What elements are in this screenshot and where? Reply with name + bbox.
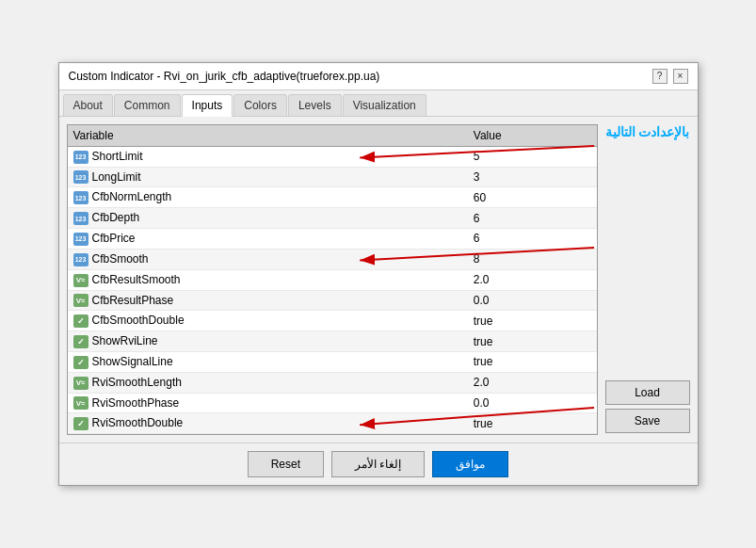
value-cell: true — [468, 311, 597, 331]
value-cell: true — [468, 413, 597, 434]
table-row[interactable]: 123CfbSmooth8 — [68, 249, 597, 269]
variable-cell: V≈CfbResultSmooth — [68, 269, 468, 290]
variable-cell: V≈CfbResultPhase — [68, 290, 468, 311]
tab-colors[interactable]: Colors — [233, 94, 287, 116]
value-cell: 6 — [468, 208, 597, 229]
load-button[interactable]: Load — [605, 380, 690, 405]
value-cell: 6 — [468, 229, 597, 250]
int-icon: 123 — [73, 233, 88, 246]
value-cell: 2.0 — [468, 372, 597, 393]
table-row[interactable]: 123LongLimit3 — [68, 167, 597, 187]
variable-name: CfbNormLength — [92, 190, 172, 203]
value-cell: true — [468, 331, 597, 352]
bool-icon: ✓ — [73, 356, 88, 369]
table-row[interactable]: 123ShortLimit5 — [68, 146, 597, 167]
variable-name: RviSmoothPhase — [92, 396, 180, 410]
tab-common[interactable]: Common — [114, 94, 181, 116]
variable-cell: 123CfbSmooth — [68, 249, 468, 269]
int-icon: 123 — [73, 170, 88, 184]
value-cell: 5 — [468, 146, 597, 167]
annotation-text: بالإعدادت التالية — [605, 124, 690, 139]
variable-cell: ✓RviSmoothDouble — [68, 413, 468, 434]
help-button[interactable]: ? — [652, 69, 668, 84]
int-icon: 123 — [73, 253, 88, 266]
variable-name: RviSmoothDouble — [92, 416, 184, 429]
table-row[interactable]: 123CfbNormLength60 — [68, 187, 597, 208]
right-panel: بالإعدادت التالية Load Save — [605, 124, 690, 436]
variable-name: CfbSmooth — [92, 252, 149, 266]
value-cell: 2.0 — [468, 269, 597, 290]
variable-cell: 123CfbPrice — [68, 229, 468, 250]
tab-inputs[interactable]: Inputs — [182, 94, 233, 117]
close-button[interactable]: × — [673, 69, 688, 84]
cancel-button[interactable]: إلغاء الأمر — [331, 451, 425, 477]
table-row[interactable]: 123CfbDepth6 — [68, 208, 597, 229]
variable-name: CfbResultSmooth — [92, 273, 181, 286]
table-wrapper: Variable Value 123ShortLimit5123LongLimi… — [68, 125, 597, 435]
table-header-row: Variable Value — [68, 125, 597, 147]
col-variable: Variable — [68, 125, 468, 147]
table-row[interactable]: V≈CfbResultPhase0.0 — [68, 290, 597, 311]
variable-name: CfbResultPhase — [92, 294, 174, 307]
table-row[interactable]: 123CfbPrice6 — [68, 229, 597, 250]
value-cell: 3 — [468, 167, 597, 187]
bool-icon: ✓ — [73, 335, 88, 348]
float-icon: V≈ — [73, 294, 88, 307]
ok-button[interactable]: موافق — [432, 451, 508, 477]
title-bar: Custom Indicator - Rvi_on_jurik_cfb_adap… — [59, 63, 698, 90]
variables-table: Variable Value 123ShortLimit5123LongLimi… — [68, 125, 597, 435]
variable-cell: 123LongLimit — [68, 167, 468, 187]
tab-visualization[interactable]: Visualization — [343, 94, 426, 116]
variable-name: CfbPrice — [92, 232, 136, 245]
variable-cell: ✓ShowRviLine — [68, 331, 468, 352]
value-cell: 60 — [468, 187, 597, 208]
float-icon: V≈ — [73, 377, 88, 390]
variable-name: ShowSignalLine — [92, 355, 173, 368]
table-row[interactable]: V≈RviSmoothPhase0.0 — [68, 393, 597, 413]
variable-cell: ✓CfbSmoothDouble — [68, 311, 468, 331]
table-row[interactable]: V≈RviSmoothLength2.0 — [68, 372, 597, 393]
bool-icon: ✓ — [73, 314, 88, 328]
variable-name: CfbDepth — [92, 211, 140, 224]
variable-cell: V≈RviSmoothLength — [68, 372, 468, 393]
footer: Reset إلغاء الأمر موافق — [59, 443, 698, 485]
variable-name: RviSmoothLength — [92, 376, 182, 389]
variable-cell: 123CfbDepth — [68, 208, 468, 229]
variable-name: ShowRviLine — [92, 334, 158, 347]
float-icon: V≈ — [73, 396, 88, 410]
content-area: Variable Value 123ShortLimit5123LongLimi… — [59, 117, 698, 443]
variable-cell: V≈RviSmoothPhase — [68, 393, 468, 413]
value-cell: 8 — [468, 249, 597, 269]
int-icon: 123 — [73, 151, 88, 164]
variable-name: ShortLimit — [92, 150, 143, 163]
main-window: Custom Indicator - Rvi_on_jurik_cfb_adap… — [58, 62, 699, 487]
variable-name: LongLimit — [92, 170, 141, 184]
variable-name: CfbSmoothDouble — [92, 314, 185, 327]
reset-button[interactable]: Reset — [248, 451, 324, 477]
value-cell: true — [468, 351, 597, 372]
variables-table-container: Variable Value 123ShortLimit5123LongLimi… — [67, 124, 598, 436]
table-row[interactable]: ✓CfbSmoothDoubletrue — [68, 311, 597, 331]
int-icon: 123 — [73, 191, 88, 204]
variable-cell: 123ShortLimit — [68, 146, 468, 167]
title-controls: ? × — [652, 69, 688, 84]
window-title: Custom Indicator - Rvi_on_jurik_cfb_adap… — [69, 70, 380, 83]
table-row[interactable]: ✓RviSmoothDoubletrue — [68, 413, 597, 434]
variable-cell: ✓ShowSignalLine — [68, 351, 468, 372]
int-icon: 123 — [73, 212, 88, 225]
table-row[interactable]: ✓ShowRviLinetrue — [68, 331, 597, 352]
variable-cell: 123CfbNormLength — [68, 187, 468, 208]
table-row[interactable]: ✓ShowSignalLinetrue — [68, 351, 597, 372]
table-body: 123ShortLimit5123LongLimit3123CfbNormLen… — [68, 146, 597, 434]
bool-icon: ✓ — [73, 417, 88, 430]
tab-bar: About Common Inputs Colors Levels Visual… — [59, 90, 698, 117]
value-cell: 0.0 — [468, 290, 597, 311]
col-value: Value — [468, 125, 597, 147]
tab-about[interactable]: About — [63, 94, 113, 116]
float-icon: V≈ — [73, 274, 88, 287]
value-cell: 0.0 — [468, 393, 597, 413]
tab-levels[interactable]: Levels — [288, 94, 342, 116]
save-button[interactable]: Save — [605, 409, 690, 433]
table-row[interactable]: V≈CfbResultSmooth2.0 — [68, 269, 597, 290]
